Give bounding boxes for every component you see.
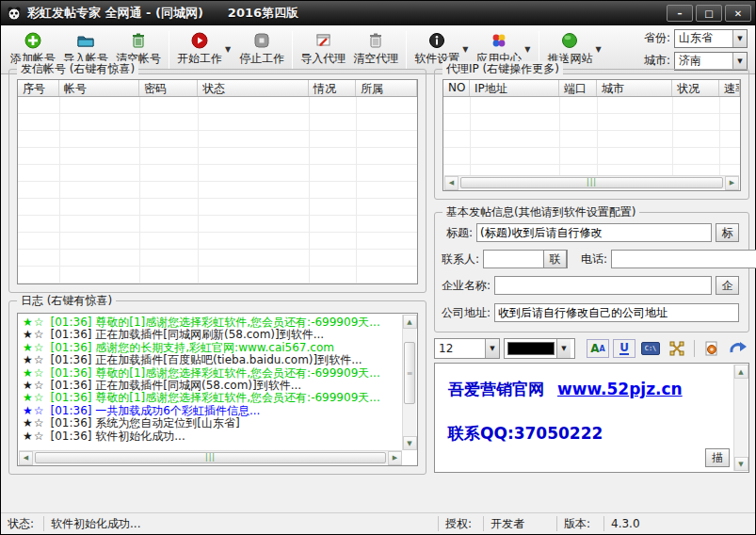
address-input[interactable]	[494, 303, 739, 322]
font-size-dropdown-icon[interactable]: ▼	[485, 339, 499, 358]
log-entry[interactable]: ★☆[01:36] 感谢您的长期支持,彩虹官网:www.cai567.com	[23, 342, 402, 354]
accounts-col-account[interactable]: 帐号	[59, 80, 139, 96]
scrollbar-thumb[interactable]: ≡	[404, 342, 415, 404]
import-proxy-button[interactable]: 导入代理	[297, 30, 349, 69]
log-entry[interactable]: ★☆[01:36] 尊敬的[1]感谢您选择彩虹软件,您会员还有:-699909天…	[23, 367, 402, 380]
proxy-horizontal-scrollbar[interactable]: ◀ ||| ▶	[444, 175, 739, 189]
log-entry[interactable]: ★☆[01:36] 系统为您自动定位到[山东省]	[23, 417, 402, 430]
log-entry[interactable]: ★☆[01:36] 尊敬的[1]感谢您选择彩虹软件,您会员还有:-699909天…	[23, 316, 402, 329]
proxy-table-body[interactable]	[443, 97, 740, 176]
log-entry-text: [01:36] 系统为您自动定位到[山东省]	[51, 416, 240, 430]
start-work-icon	[191, 32, 208, 49]
font-color-select[interactable]: ▼	[504, 338, 575, 359]
scroll-down-icon[interactable]: ▼	[734, 457, 748, 471]
version-value: 4.3.0	[604, 516, 755, 531]
scroll-right-icon[interactable]: ▶	[725, 176, 739, 190]
minimize-button[interactable]: –	[667, 5, 693, 22]
log-entry[interactable]: ★☆[01:36] 正在加载插件[同城网(58.com)]到软件...	[23, 380, 402, 392]
company-template-button[interactable]: 企	[716, 276, 739, 295]
scrollbar-thumb[interactable]: |||	[35, 452, 386, 463]
company-input[interactable]	[494, 276, 712, 295]
stop-work-button[interactable]: 停止工作	[235, 30, 288, 69]
accounts-table: 序号 帐号 密码 状态 情况 所属	[17, 79, 418, 284]
star-icons: ★☆	[23, 316, 45, 329]
font-color-dropdown-icon[interactable]: ▼	[556, 339, 571, 358]
insert-image-icon-button[interactable]	[700, 339, 723, 358]
describe-button[interactable]: 描	[705, 448, 730, 467]
redo-icon-button[interactable]	[727, 339, 749, 358]
post-info-groupbox: 基本发帖信息(其他请到软件设置配置) 标题: 标 联系人: 联 电话: 电 企业…	[434, 212, 749, 332]
log-entry[interactable]: ★☆[01:36] 软件初始化成功...	[23, 430, 402, 443]
accounts-col-index[interactable]: 序号	[18, 80, 59, 96]
proxy-col-speed[interactable]: 速率	[719, 80, 740, 96]
clear-proxy-label: 清空代理	[353, 51, 398, 67]
log-list: ★☆[01:36] 尊敬的[1]感谢您选择彩虹软件,您会员还有:-699909天…	[17, 313, 418, 466]
star-icons: ★☆	[23, 391, 45, 404]
contact-label: 联系人:	[442, 251, 479, 268]
import-accounts-icon	[77, 32, 94, 49]
start-work-button[interactable]: 开始工作 ▼	[173, 30, 235, 69]
ad-site-link[interactable]: www.52pjz.cn	[557, 380, 683, 398]
log-entry[interactable]: ★☆[01:36] 正在加载插件[百度贴吧(tieba.baidu.com)]到…	[23, 354, 402, 366]
accounts-col-belong[interactable]: 所属	[356, 80, 417, 96]
region-selectors: 省份: 山东省 ▼ 城市: 济南 ▼	[644, 29, 749, 71]
close-button[interactable]: ✕	[725, 5, 751, 22]
log-entry[interactable]: ★☆[01:36] 一共加载成功6个彩虹插件信息...	[23, 405, 402, 417]
import-proxy-label: 导入代理	[300, 51, 346, 67]
push-website-caret-icon: ▼	[595, 45, 601, 54]
proxy-col-ip[interactable]: IP地址	[470, 80, 559, 96]
title-template-button[interactable]: 标	[716, 223, 739, 242]
path-icon-button[interactable]: C:\	[639, 339, 662, 358]
accounts-col-status[interactable]: 状态	[198, 80, 309, 96]
toolbar-separator	[169, 31, 169, 69]
proxy-table-header: NO IP地址 端口 城市 状况 速率	[443, 80, 740, 97]
crop-icon-button[interactable]	[666, 339, 688, 358]
city-dropdown-icon[interactable]: ▼	[732, 53, 747, 70]
scroll-down-icon[interactable]: ▼	[403, 436, 417, 450]
accounts-col-password[interactable]: 密码	[139, 80, 198, 96]
auth-label: 授权:	[439, 516, 484, 531]
scroll-up-icon[interactable]: ▲	[734, 365, 748, 379]
scroll-left-icon[interactable]: ◀	[444, 176, 458, 190]
scroll-left-icon[interactable]: ◀	[19, 451, 33, 465]
maximize-button[interactable]: □	[696, 5, 722, 22]
stop-work-icon	[253, 32, 270, 49]
log-entry[interactable]: ★☆[01:36] 尊敬的[1]感谢您选择彩虹软件,您会员还有:-699909天…	[23, 392, 402, 404]
proxy-col-city[interactable]: 城市	[597, 80, 672, 96]
scrollbar-thumb[interactable]: |||	[460, 177, 723, 188]
city-select[interactable]: 济南 ▼	[674, 52, 748, 71]
editor-vertical-scrollbar[interactable]: ▲ ▼	[733, 365, 748, 471]
software-settings-icon	[428, 32, 445, 49]
log-entry-text: [01:36] 感谢您的长期支持,彩虹官网:www.cai567.com	[51, 341, 334, 354]
log-horizontal-scrollbar[interactable]: ◀ ||| ▶	[19, 450, 402, 464]
underline-icon-button[interactable]: U	[613, 339, 635, 358]
accounts-col-situation[interactable]: 情况	[309, 80, 356, 96]
scroll-right-icon[interactable]: ▶	[388, 451, 402, 465]
contact-template-button[interactable]: 联	[543, 250, 567, 268]
import-proxy-icon	[314, 32, 331, 49]
app-icon	[7, 6, 22, 21]
proxy-col-no[interactable]: NO	[443, 80, 470, 96]
editor-content[interactable]: 吾爱营销官网www.52pjz.cn 联系QQ:37050222 ▲ ▼ 描	[434, 363, 749, 473]
log-vertical-scrollbar[interactable]: ▲ ≡ ▼	[402, 315, 416, 450]
window-title: 彩虹发帖专家 全网通 - (同城网)	[27, 5, 203, 22]
font-size-select[interactable]: 12 ▼	[434, 338, 500, 359]
status-label: 状态:	[1, 516, 44, 531]
province-dropdown-icon[interactable]: ▼	[732, 30, 747, 47]
accounts-table-body[interactable]	[18, 97, 417, 284]
log-entry[interactable]: ★☆[01:36] 正在加载插件[同城网刷新(58.com)]到软件...	[23, 329, 402, 341]
scroll-up-icon[interactable]: ▲	[403, 315, 417, 329]
title-input[interactable]	[476, 223, 712, 242]
star-icons: ★☆	[23, 416, 45, 430]
proxy-col-port[interactable]: 端口	[559, 80, 597, 96]
stop-work-label: 停止工作	[239, 51, 284, 67]
province-select[interactable]: 山东省 ▼	[674, 29, 748, 48]
proxy-col-status[interactable]: 状况	[672, 80, 719, 96]
app-center-icon	[491, 32, 507, 49]
push-website-icon	[561, 32, 578, 49]
main-area: 发信帐号 (右键有惊喜) 序号 帐号 密码 状态 情况 所属 日志 (	[1, 74, 755, 512]
log-groupbox: 日志 (右键有惊喜) ★☆[01:36] 尊敬的[1]感谢您选择彩虹软件,您会员…	[8, 300, 426, 475]
clear-proxy-button[interactable]: 清空代理	[349, 30, 402, 69]
font-style-icon-button[interactable]: AA	[587, 339, 609, 358]
phone-input[interactable]	[611, 250, 756, 268]
